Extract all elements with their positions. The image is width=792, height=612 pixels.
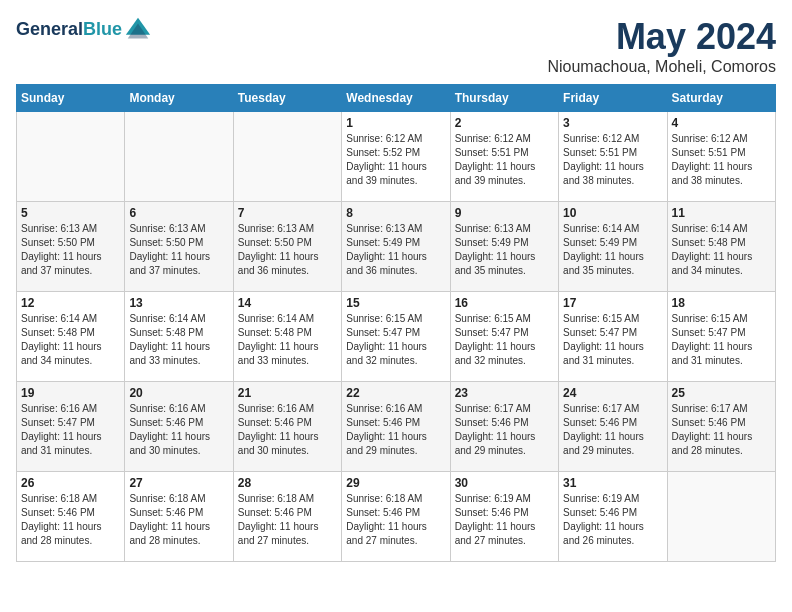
day-info: Sunrise: 6:15 AMSunset: 5:47 PMDaylight:… xyxy=(346,313,427,366)
day-number: 6 xyxy=(129,206,228,220)
day-number: 26 xyxy=(21,476,120,490)
calendar-cell: 17Sunrise: 6:15 AMSunset: 5:47 PMDayligh… xyxy=(559,292,667,382)
header-friday: Friday xyxy=(559,85,667,112)
day-number: 2 xyxy=(455,116,554,130)
day-info: Sunrise: 6:16 AMSunset: 5:46 PMDaylight:… xyxy=(238,403,319,456)
calendar-cell: 15Sunrise: 6:15 AMSunset: 5:47 PMDayligh… xyxy=(342,292,450,382)
calendar-cell: 7Sunrise: 6:13 AMSunset: 5:50 PMDaylight… xyxy=(233,202,341,292)
calendar-cell: 4Sunrise: 6:12 AMSunset: 5:51 PMDaylight… xyxy=(667,112,775,202)
calendar-table: SundayMondayTuesdayWednesdayThursdayFrid… xyxy=(16,84,776,562)
calendar-cell: 8Sunrise: 6:13 AMSunset: 5:49 PMDaylight… xyxy=(342,202,450,292)
logo-text: GeneralBlue xyxy=(16,20,122,40)
calendar-cell: 20Sunrise: 6:16 AMSunset: 5:46 PMDayligh… xyxy=(125,382,233,472)
day-info: Sunrise: 6:13 AMSunset: 5:49 PMDaylight:… xyxy=(455,223,536,276)
calendar-cell: 10Sunrise: 6:14 AMSunset: 5:49 PMDayligh… xyxy=(559,202,667,292)
day-info: Sunrise: 6:16 AMSunset: 5:46 PMDaylight:… xyxy=(346,403,427,456)
day-number: 28 xyxy=(238,476,337,490)
day-number: 14 xyxy=(238,296,337,310)
calendar-cell: 14Sunrise: 6:14 AMSunset: 5:48 PMDayligh… xyxy=(233,292,341,382)
header-thursday: Thursday xyxy=(450,85,558,112)
day-number: 5 xyxy=(21,206,120,220)
day-info: Sunrise: 6:14 AMSunset: 5:48 PMDaylight:… xyxy=(129,313,210,366)
day-number: 4 xyxy=(672,116,771,130)
day-number: 30 xyxy=(455,476,554,490)
calendar-cell: 21Sunrise: 6:16 AMSunset: 5:46 PMDayligh… xyxy=(233,382,341,472)
calendar-cell: 23Sunrise: 6:17 AMSunset: 5:46 PMDayligh… xyxy=(450,382,558,472)
day-info: Sunrise: 6:18 AMSunset: 5:46 PMDaylight:… xyxy=(346,493,427,546)
day-info: Sunrise: 6:16 AMSunset: 5:47 PMDaylight:… xyxy=(21,403,102,456)
day-number: 13 xyxy=(129,296,228,310)
day-number: 8 xyxy=(346,206,445,220)
calendar-cell xyxy=(125,112,233,202)
day-number: 22 xyxy=(346,386,445,400)
week-row-2: 5Sunrise: 6:13 AMSunset: 5:50 PMDaylight… xyxy=(17,202,776,292)
day-number: 12 xyxy=(21,296,120,310)
day-info: Sunrise: 6:17 AMSunset: 5:46 PMDaylight:… xyxy=(563,403,644,456)
day-number: 15 xyxy=(346,296,445,310)
calendar-cell: 9Sunrise: 6:13 AMSunset: 5:49 PMDaylight… xyxy=(450,202,558,292)
header-saturday: Saturday xyxy=(667,85,775,112)
day-number: 11 xyxy=(672,206,771,220)
calendar-cell: 31Sunrise: 6:19 AMSunset: 5:46 PMDayligh… xyxy=(559,472,667,562)
week-row-5: 26Sunrise: 6:18 AMSunset: 5:46 PMDayligh… xyxy=(17,472,776,562)
day-info: Sunrise: 6:18 AMSunset: 5:46 PMDaylight:… xyxy=(21,493,102,546)
header-sunday: Sunday xyxy=(17,85,125,112)
day-info: Sunrise: 6:14 AMSunset: 5:48 PMDaylight:… xyxy=(672,223,753,276)
day-number: 31 xyxy=(563,476,662,490)
day-info: Sunrise: 6:15 AMSunset: 5:47 PMDaylight:… xyxy=(672,313,753,366)
day-number: 29 xyxy=(346,476,445,490)
day-info: Sunrise: 6:13 AMSunset: 5:50 PMDaylight:… xyxy=(238,223,319,276)
logo-icon xyxy=(124,16,152,44)
calendar-cell: 1Sunrise: 6:12 AMSunset: 5:52 PMDaylight… xyxy=(342,112,450,202)
calendar-cell: 19Sunrise: 6:16 AMSunset: 5:47 PMDayligh… xyxy=(17,382,125,472)
calendar-cell: 3Sunrise: 6:12 AMSunset: 5:51 PMDaylight… xyxy=(559,112,667,202)
day-info: Sunrise: 6:14 AMSunset: 5:49 PMDaylight:… xyxy=(563,223,644,276)
day-number: 16 xyxy=(455,296,554,310)
day-info: Sunrise: 6:12 AMSunset: 5:51 PMDaylight:… xyxy=(563,133,644,186)
page-header: GeneralBlue May 2024 Nioumachoua, Moheli… xyxy=(16,16,776,76)
title-section: May 2024 Nioumachoua, Moheli, Comoros xyxy=(547,16,776,76)
header-tuesday: Tuesday xyxy=(233,85,341,112)
location: Nioumachoua, Moheli, Comoros xyxy=(547,58,776,76)
day-info: Sunrise: 6:18 AMSunset: 5:46 PMDaylight:… xyxy=(129,493,210,546)
calendar-cell xyxy=(667,472,775,562)
day-number: 19 xyxy=(21,386,120,400)
calendar-cell: 24Sunrise: 6:17 AMSunset: 5:46 PMDayligh… xyxy=(559,382,667,472)
calendar-cell: 13Sunrise: 6:14 AMSunset: 5:48 PMDayligh… xyxy=(125,292,233,382)
calendar-cell: 5Sunrise: 6:13 AMSunset: 5:50 PMDaylight… xyxy=(17,202,125,292)
day-info: Sunrise: 6:19 AMSunset: 5:46 PMDaylight:… xyxy=(455,493,536,546)
week-row-1: 1Sunrise: 6:12 AMSunset: 5:52 PMDaylight… xyxy=(17,112,776,202)
calendar-cell xyxy=(17,112,125,202)
week-row-3: 12Sunrise: 6:14 AMSunset: 5:48 PMDayligh… xyxy=(17,292,776,382)
week-row-4: 19Sunrise: 6:16 AMSunset: 5:47 PMDayligh… xyxy=(17,382,776,472)
day-number: 7 xyxy=(238,206,337,220)
day-info: Sunrise: 6:12 AMSunset: 5:52 PMDaylight:… xyxy=(346,133,427,186)
calendar-cell: 12Sunrise: 6:14 AMSunset: 5:48 PMDayligh… xyxy=(17,292,125,382)
day-number: 9 xyxy=(455,206,554,220)
day-info: Sunrise: 6:15 AMSunset: 5:47 PMDaylight:… xyxy=(455,313,536,366)
calendar-cell: 28Sunrise: 6:18 AMSunset: 5:46 PMDayligh… xyxy=(233,472,341,562)
day-number: 20 xyxy=(129,386,228,400)
day-number: 27 xyxy=(129,476,228,490)
calendar-cell: 16Sunrise: 6:15 AMSunset: 5:47 PMDayligh… xyxy=(450,292,558,382)
day-info: Sunrise: 6:16 AMSunset: 5:46 PMDaylight:… xyxy=(129,403,210,456)
day-number: 24 xyxy=(563,386,662,400)
day-info: Sunrise: 6:13 AMSunset: 5:50 PMDaylight:… xyxy=(129,223,210,276)
calendar-cell: 30Sunrise: 6:19 AMSunset: 5:46 PMDayligh… xyxy=(450,472,558,562)
day-number: 18 xyxy=(672,296,771,310)
calendar-cell: 27Sunrise: 6:18 AMSunset: 5:46 PMDayligh… xyxy=(125,472,233,562)
day-info: Sunrise: 6:19 AMSunset: 5:46 PMDaylight:… xyxy=(563,493,644,546)
day-info: Sunrise: 6:17 AMSunset: 5:46 PMDaylight:… xyxy=(455,403,536,456)
day-info: Sunrise: 6:13 AMSunset: 5:50 PMDaylight:… xyxy=(21,223,102,276)
header-wednesday: Wednesday xyxy=(342,85,450,112)
day-number: 17 xyxy=(563,296,662,310)
day-info: Sunrise: 6:17 AMSunset: 5:46 PMDaylight:… xyxy=(672,403,753,456)
calendar-cell: 26Sunrise: 6:18 AMSunset: 5:46 PMDayligh… xyxy=(17,472,125,562)
day-number: 10 xyxy=(563,206,662,220)
day-info: Sunrise: 6:14 AMSunset: 5:48 PMDaylight:… xyxy=(21,313,102,366)
day-number: 21 xyxy=(238,386,337,400)
logo: GeneralBlue xyxy=(16,16,152,44)
day-info: Sunrise: 6:14 AMSunset: 5:48 PMDaylight:… xyxy=(238,313,319,366)
calendar-cell xyxy=(233,112,341,202)
calendar-cell: 11Sunrise: 6:14 AMSunset: 5:48 PMDayligh… xyxy=(667,202,775,292)
